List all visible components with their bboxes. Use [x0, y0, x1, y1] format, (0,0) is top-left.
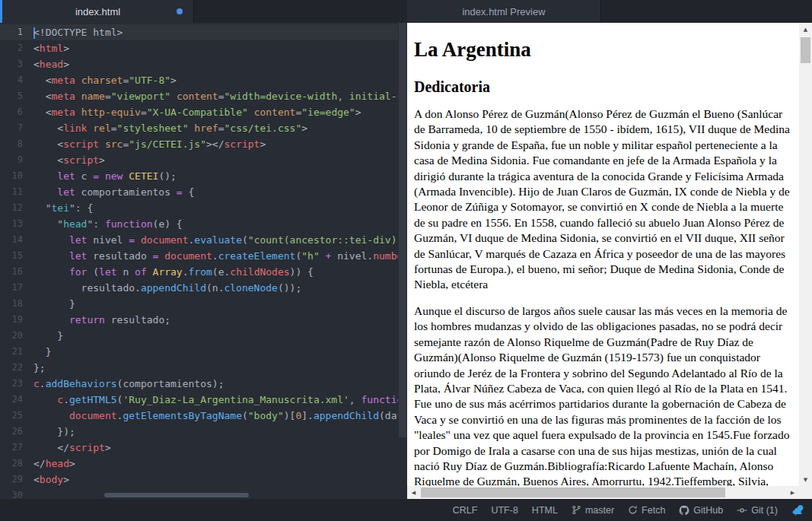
scrollbar-corner — [799, 486, 812, 499]
eol-label: CRLF — [453, 505, 478, 516]
line-content: document.getElementsByTagName("body")[0]… — [23, 408, 398, 424]
scroll-up-icon[interactable]: ▲ — [799, 23, 812, 36]
preview-title: La Argentina — [414, 38, 793, 62]
editor-vertical-scrollbar[interactable] — [399, 23, 406, 437]
line-content — [23, 488, 33, 499]
line-content: }; — [23, 360, 46, 376]
line-content: </head> — [23, 456, 75, 472]
tab-index-html-preview[interactable]: index.html Preview — [407, 0, 601, 23]
code-line[interactable]: 19 return resultado; — [0, 312, 398, 328]
vertical-scroll-thumb[interactable] — [801, 37, 810, 63]
vscode-window: index.html index.html Preview 1<!DOCTYPE… — [0, 0, 812, 521]
modified-dot-icon[interactable] — [177, 8, 183, 14]
code-line[interactable]: 6 <meta http-equiv="X-UA-Compatible" con… — [0, 104, 398, 120]
line-number: 9 — [0, 152, 23, 168]
code-line[interactable]: 17 resultado.appendChild(n.cloneNode()); — [0, 280, 398, 296]
tab-bar: index.html index.html Preview — [0, 0, 812, 23]
code-line[interactable]: 5 <meta name="viewport" content="width=d… — [0, 88, 398, 104]
branch-indicator[interactable]: master — [572, 505, 614, 516]
line-number: 13 — [0, 216, 23, 232]
preview-vertical-scrollbar[interactable]: ▲ ▼ — [799, 23, 812, 486]
line-content: "tei": { — [23, 200, 93, 216]
github-button[interactable]: GitHub — [679, 505, 723, 516]
git-commit-icon — [737, 505, 747, 516]
eol-indicator[interactable]: CRLF — [453, 505, 478, 516]
code-line[interactable]: 28</head> — [0, 456, 398, 472]
line-number: 5 — [0, 88, 23, 104]
code-line[interactable]: 2<html> — [0, 40, 398, 56]
code-line[interactable]: 25 document.getElementsByTagName("body")… — [0, 408, 398, 424]
scroll-left-icon[interactable]: ◀ — [407, 486, 420, 499]
preview-horizontal-scrollbar[interactable]: ◀ ▶ — [407, 486, 799, 499]
code-line[interactable]: 16 for (let n of Array.from(e.childNodes… — [0, 264, 398, 280]
code-line[interactable]: 21 } — [0, 344, 398, 360]
line-content: let resultado = document.createElement("… — [23, 248, 398, 264]
code-line[interactable]: 7 <link rel="stylesheet" href="css/tei.c… — [0, 120, 398, 136]
code-line[interactable]: 15 let resultado = document.createElemen… — [0, 248, 398, 264]
code-line[interactable]: 18 } — [0, 296, 398, 312]
editor-horizontal-scrollbar[interactable] — [104, 493, 249, 497]
line-content: <script src="js/CETEI.js"></script> — [23, 136, 266, 152]
scroll-right-icon[interactable]: ▶ — [786, 486, 799, 499]
line-content: <meta http-equiv="X-UA-Compatible" conte… — [23, 104, 361, 120]
line-number: 3 — [0, 56, 23, 72]
code-line[interactable]: 20 } — [0, 328, 398, 344]
code-line[interactable]: 8 <script src="js/CETEI.js"></script> — [0, 136, 398, 152]
line-content: c.addBehaviors(comportamientos); — [23, 376, 224, 392]
line-content: <head> — [23, 56, 69, 72]
line-number: 12 — [0, 200, 23, 216]
code-line[interactable]: 4 <meta charset="UTF-8"> — [0, 72, 398, 88]
fetch-button[interactable]: Fetch — [628, 505, 665, 516]
horizontal-scroll-thumb[interactable] — [421, 488, 725, 497]
scroll-down-icon[interactable]: ▼ — [799, 473, 812, 486]
squirrel-icon — [791, 504, 804, 516]
code-line[interactable]: 1<!DOCTYPE html> — [0, 24, 398, 40]
line-number: 30 — [0, 488, 23, 499]
tab-index-html[interactable]: index.html — [2, 0, 194, 23]
code-line[interactable]: 12 "tei": { — [0, 200, 398, 216]
line-content: <!DOCTYPE html> — [23, 24, 123, 40]
code-line[interactable]: 29<body> — [0, 472, 398, 488]
line-content: resultado.appendChild(n.cloneNode()); — [23, 280, 301, 296]
code-line[interactable]: 10 let c = new CETEI(); — [0, 168, 398, 184]
line-number: 1 — [0, 24, 23, 40]
code-line[interactable]: 24 c.getHTML5('Ruy_Diaz-La_Argentina_Man… — [0, 392, 398, 408]
code-line[interactable]: 23c.addBehaviors(comportamientos); — [0, 376, 398, 392]
line-number: 22 — [0, 360, 23, 376]
fetch-label: Fetch — [642, 505, 665, 516]
code-line[interactable]: 9 <script> — [0, 152, 398, 168]
line-number: 24 — [0, 392, 23, 408]
line-content: } — [23, 296, 75, 312]
preview-paragraph: Aunque el discurso de largos años suele … — [414, 303, 793, 499]
encoding-indicator[interactable]: UTF-8 — [491, 505, 517, 516]
squirrel-extension-button[interactable] — [791, 504, 804, 516]
line-content: <link rel="stylesheet" href="css/tei.css… — [23, 120, 307, 136]
code-line[interactable]: 22}; — [0, 360, 398, 376]
html-preview-pane: La Argentina Dedicatoria A don Alonso Pé… — [407, 23, 812, 499]
preview-heading: Dedicatoria — [414, 78, 793, 96]
code-lines: 1<!DOCTYPE html>2<html>3<head>4 <meta ch… — [0, 24, 398, 499]
line-number: 18 — [0, 296, 23, 312]
code-line[interactable]: 14 let nivel = document.evaluate("count(… — [0, 232, 398, 248]
line-number: 4 — [0, 72, 23, 88]
code-line[interactable]: 26 }); — [0, 424, 398, 440]
preview-paragraph: A don Alonso Pérez de Guzmán(Alonso Pére… — [414, 106, 793, 293]
line-content: <html> — [23, 40, 69, 56]
code-line[interactable]: 13 "head": function(e) { — [0, 216, 398, 232]
code-line[interactable]: 3<head> — [0, 56, 398, 72]
code-line[interactable]: 11 let comportamientos = { — [0, 184, 398, 200]
line-number: 15 — [0, 248, 23, 264]
status-bar: CRLF UTF-8 HTML master Fetch GitHub Git … — [0, 499, 812, 521]
line-content: }); — [23, 424, 75, 440]
line-number: 29 — [0, 472, 23, 488]
git-branch-icon — [572, 505, 581, 515]
language-indicator[interactable]: HTML — [532, 505, 558, 516]
git-status-indicator[interactable]: Git (1) — [737, 505, 778, 516]
preview-paragraphs: A don Alonso Pérez de Guzmán(Alonso Pére… — [414, 106, 793, 499]
code-line[interactable]: 27 </script> — [0, 440, 398, 456]
github-label: GitHub — [693, 505, 723, 516]
code-editor[interactable]: 1<!DOCTYPE html>2<html>3<head>4 <meta ch… — [0, 23, 407, 499]
encoding-label: UTF-8 — [491, 505, 517, 516]
line-number: 17 — [0, 280, 23, 296]
git-status-label: Git (1) — [751, 505, 778, 516]
